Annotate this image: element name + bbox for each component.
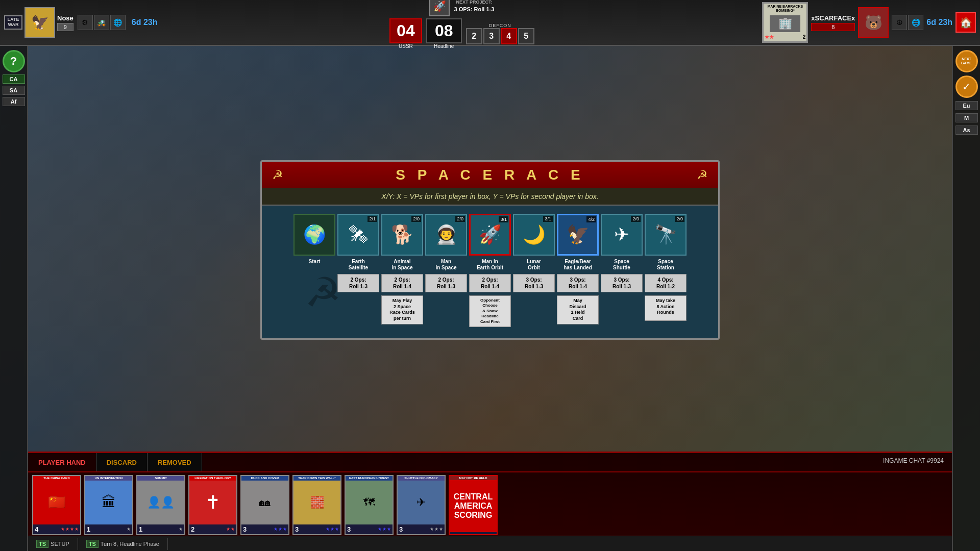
station-vp: 2/0	[675, 216, 684, 222]
china-card-title-label: THE CHINA CARD	[33, 476, 80, 481]
sr-label-shuttle: SpaceShuttle	[613, 259, 630, 271]
sr-box-earth-satellite: 🛰 2/1	[337, 214, 379, 256]
china-card-bottom: 4 ★★★★	[33, 524, 80, 534]
sr-label-station: SpaceStation	[657, 259, 674, 271]
status-item-right: TS Turn 8, Headline Phase	[78, 538, 168, 550]
defcon-numbers: 2 3 4 5	[466, 28, 534, 44]
defcon-3: 3	[483, 28, 500, 44]
sidebar-label-af[interactable]: Af	[3, 97, 25, 106]
home-icon[interactable]: 🏠	[955, 12, 976, 33]
player-right-icon-2[interactable]: 🌐	[908, 15, 923, 30]
sr-ops-man-space: 2 Ops:Roll 1-3	[425, 274, 467, 292]
shuttle-vp: 2/0	[631, 216, 641, 222]
status-text-left: SETUP	[51, 541, 69, 547]
score-right: 08	[426, 18, 462, 43]
sr-label-man-orbit: Man inEarth Orbit	[477, 259, 503, 271]
timer-right: 6d 23h	[926, 18, 952, 27]
sidebar-label-ca[interactable]: CA	[3, 74, 25, 84]
sidebar-label-sa[interactable]: SA	[3, 86, 25, 95]
duck-card-image: 🏘	[241, 481, 288, 524]
player-left-badge: 9	[57, 23, 74, 31]
ts-badge-left: TS	[36, 540, 48, 548]
liberation-card-image: ✝	[189, 481, 236, 524]
tab-removed[interactable]: REMOVED	[148, 453, 202, 471]
sr-ops-station: 4 Ops:Roll 1-2	[645, 274, 687, 292]
modal-title: S P A C E R A C E	[283, 167, 697, 183]
wall-card-ops: 3	[295, 525, 299, 533]
shuttle-dip-card-stars: ★★★	[430, 527, 443, 532]
modal-overlay: ☭ S P A C E R A C E ☭ X/Y: X = VPs for f…	[28, 48, 952, 452]
defcon-section: DEF CON 2 3 4 5	[466, 23, 534, 44]
player-left-section: LATE WAR 🦅 Nose 9 ⚙ 🚜 🌐 6d 23h	[0, 5, 165, 40]
central-card-bottom	[450, 532, 497, 534]
europe-title-label: EAST EUROPEAN UNREST	[346, 476, 393, 481]
right-sidebar: NEXTGAME ✓ Eu M As	[952, 46, 980, 551]
lunar-icon: 🌙	[523, 224, 546, 245]
sidebar-label-m[interactable]: M	[955, 113, 978, 122]
tab-player-hand[interactable]: PLAYER HAND	[28, 453, 96, 471]
wall-card-image: 🧱	[293, 481, 340, 524]
summit-card-ops: 1	[139, 525, 142, 533]
liberation-card-stars: ★★	[226, 527, 235, 532]
sr-bonus-station: May take8 ActionRounds	[645, 295, 687, 321]
sr-box-man-orbit: 🚀 3/1	[469, 214, 511, 256]
action-icon-1[interactable]: ⚙	[78, 15, 93, 30]
card-summit[interactable]: SUMMIT 👤👤 1 ★	[136, 475, 185, 535]
next-project-icon: 🚀	[429, 0, 450, 16]
card-east-european-unrest[interactable]: EAST EUROPEAN UNREST 🗺 3 ★★★	[345, 475, 394, 535]
timer-left: 6d 23h	[128, 16, 162, 29]
sr-ops-animal: 2 Ops:Roll 1-4	[381, 274, 423, 292]
player-left-icons: ⚙ 🚜 🌐	[78, 15, 126, 30]
action-icon-2[interactable]: 🚜	[94, 15, 109, 30]
card-duck-cover[interactable]: DUCK AND COVER 🏘 3 ★★★	[240, 475, 289, 535]
sr-label-lunar: LunarOrbit	[527, 259, 541, 271]
help-button[interactable]: ?	[3, 50, 25, 72]
wall-card-bottom: 3 ★★★	[293, 524, 340, 534]
card-un-intervention[interactable]: UN INTERVENTION 🏛 1 ★	[84, 475, 133, 535]
card-central-america-scoring[interactable]: MAY NOT BE HELD CENTRALAMERICASCORING	[449, 475, 498, 535]
eagle-bear-icon: 🦅	[567, 224, 590, 245]
sidebar-label-eu[interactable]: Eu	[955, 101, 978, 110]
modal-header: ☭ S P A C E R A C E ☭	[262, 162, 718, 188]
card-shuttle-diplomacy[interactable]: SHUTTLE DIPLOMACY ✈ 3 ★★★	[397, 475, 446, 535]
eagle-bear-vp: 4/2	[586, 216, 596, 222]
un-card-bottom: 1 ★	[85, 524, 132, 534]
card-tear-down-wall[interactable]: TEAR DOWN THIS WALL* 🧱 3 ★★★	[292, 475, 341, 535]
sr-col-lunar: 🌙 3/1 LunarOrbit 3 Ops:Roll 1-3	[513, 214, 555, 330]
defcon-4: 4	[501, 28, 517, 44]
un-title-label: UN INTERVENTION	[85, 476, 132, 481]
next-project-box: 🚀 NEXT PROJECT: 3 OPS: Roll 1-3	[429, 0, 494, 16]
sr-bonus-animal: May Play2 SpaceRace Cardsper turn	[381, 295, 423, 324]
shuttle-dip-card-bottom: 3 ★★★	[398, 524, 445, 534]
player-right-badge: 8	[811, 23, 855, 31]
man-space-icon: 👨‍🚀	[435, 224, 458, 245]
tab-discard[interactable]: DISCARD	[96, 453, 148, 471]
right-emblem: ☭	[697, 168, 708, 182]
sr-bonus-eagle-bear: MayDiscard1 HeldCard	[557, 295, 599, 324]
central-card-image: CENTRALAMERICASCORING	[450, 480, 497, 532]
earth-satellite-vp: 2/1	[368, 216, 377, 222]
sr-col-eagle-bear: 🦅 4/2 Eagle/Bearhas Landed 3 Ops:Roll 1-…	[557, 214, 599, 324]
sidebar-label-as[interactable]: As	[955, 126, 978, 135]
confirm-button[interactable]: ✓	[955, 76, 978, 98]
top-bar: LATE WAR 🦅 Nose 9 ⚙ 🚜 🌐 6d 23h 🚀 NEXT PR…	[0, 0, 980, 46]
sr-box-shuttle: ✈ 2/0	[601, 214, 643, 256]
may-not-held-label: MAY NOT BE HELD	[450, 476, 497, 480]
next-game-button[interactable]: NEXTGAME	[955, 50, 978, 72]
player-left-avatar: 🦅	[24, 7, 55, 38]
status-bar: TS SETUP TS Turn 8, Headline Phase	[28, 536, 952, 551]
sr-box-man-space: 👨‍🚀 2/0	[425, 214, 467, 256]
sr-col-man-orbit: 🚀 3/1 Man inEarth Orbit 2 Ops:Roll 1-4 O…	[469, 214, 511, 327]
card-liberation-theology[interactable]: LIBERATION THEOLOGY ✝ 2 ★★	[188, 475, 237, 535]
ussr-watermark: ☭	[292, 262, 354, 323]
player-right-icon-1[interactable]: ☮	[892, 15, 907, 30]
player-left-name: Nose	[57, 14, 74, 22]
status-item-left: TS SETUP	[28, 538, 78, 550]
summit-card-image: 👤👤	[137, 481, 184, 524]
station-icon: 🔭	[654, 224, 677, 245]
shuttle-dip-card-image: ✈	[398, 481, 445, 524]
hand-tabs: PLAYER HAND DISCARD REMOVED INGAME CHAT …	[28, 453, 952, 472]
sr-col-station: 🔭 2/0 SpaceStation 4 Ops:Roll 1-2 May ta…	[645, 214, 687, 321]
card-china-card[interactable]: THE CHINA CARD 🇨🇳 4 ★★★★	[32, 475, 81, 535]
action-icon-3[interactable]: 🌐	[110, 15, 126, 30]
